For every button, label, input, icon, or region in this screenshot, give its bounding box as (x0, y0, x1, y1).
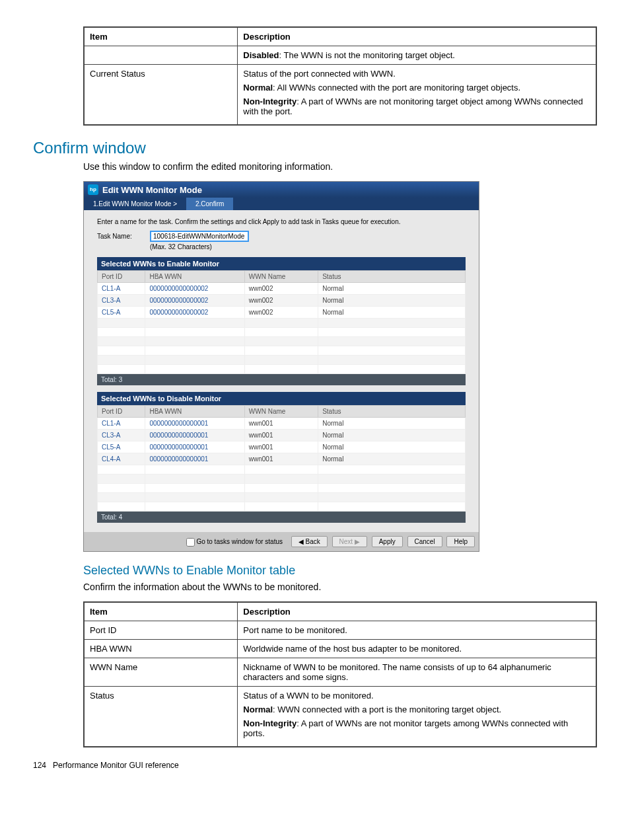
table-row (98, 475, 466, 484)
col-description: Description (238, 27, 596, 46)
table-row (98, 346, 466, 356)
item-description-table-top: Item Description Disabled: The WWN is no… (83, 26, 597, 126)
page-footer: 124 Performance Monitor GUI reference (33, 761, 597, 770)
confirm-window-heading: Confirm window (33, 139, 597, 157)
top-row0-desc: Disabled: The WWN is not the monitoring … (238, 46, 596, 65)
enable-table: Port ID HBA WWN WWN Name Status CL1-A000… (97, 270, 466, 374)
edit-wwn-dialog: hp Edit WWN Monitor Mode 1.Edit WWN Moni… (83, 181, 479, 552)
top-row0-item (84, 46, 238, 65)
table-row[interactable]: CL3-A0000000000000001wwn001Normal (98, 430, 466, 441)
disable-table: Port ID HBA WWN WWN Name Status CL1-A000… (97, 405, 466, 512)
goto-tasks-checkbox-label[interactable]: Go to tasks window for status (186, 538, 283, 545)
table-row[interactable]: CL1-A0000000000000001wwn001Normal (98, 418, 466, 430)
table-row (98, 337, 466, 346)
step-2[interactable]: 2.Confirm (186, 198, 233, 210)
enable-monitor-table-intro: Confirm the information about the WWNs t… (83, 582, 597, 592)
back-button[interactable]: ◀ Back (291, 536, 328, 547)
col-item: Item (84, 27, 238, 46)
cancel-button[interactable]: Cancel (407, 536, 442, 547)
table-row (98, 502, 466, 512)
table-row (98, 319, 466, 328)
help-button[interactable]: Help (446, 536, 475, 547)
goto-tasks-checkbox[interactable] (186, 538, 195, 547)
apply-button[interactable]: Apply (372, 536, 403, 547)
page-number: 124 (33, 761, 46, 770)
dialog-title-text: Edit WWN Monitor Mode (102, 185, 202, 195)
table-row (98, 484, 466, 493)
hp-logo-icon: hp (88, 184, 98, 195)
step-1[interactable]: 1.Edit WWN Monitor Mode > (84, 198, 186, 210)
enable-table-title: Selected WWNs to Enable Monitor (97, 257, 466, 270)
disable-total: Total: 4 (97, 512, 466, 523)
table-row[interactable]: CL4-A0000000000000001wwn001Normal (98, 453, 466, 465)
table-row[interactable]: CL5-A0000000000000002wwn002Normal (98, 307, 466, 319)
table-row[interactable]: CL3-A0000000000000002wwn002Normal (98, 295, 466, 307)
task-name-hint: (Max. 32 Characters) (150, 243, 466, 250)
dialog-footer: Go to tasks window for status ◀ Back Nex… (84, 532, 479, 551)
next-button: Next ▶ (332, 536, 367, 547)
top-row1-item: Current Status (84, 65, 238, 126)
task-name-label: Task Name: (97, 233, 150, 240)
dialog-titlebar: hp Edit WWN Monitor Mode (84, 182, 479, 198)
table-row (98, 328, 466, 337)
col-item: Item (84, 602, 238, 621)
top-row1-desc: Status of the port connected with WWN. N… (238, 65, 596, 126)
enable-monitor-table-heading: Selected WWNs to Enable Monitor table (83, 564, 597, 578)
table-row[interactable]: CL5-A0000000000000001wwn001Normal (98, 441, 466, 453)
dialog-instruction: Enter a name for the task. Confirm the s… (97, 218, 466, 225)
confirm-window-intro: Use this window to confirm the edited mo… (83, 161, 597, 172)
col-description: Description (238, 602, 596, 621)
wizard-steps: 1.Edit WWN Monitor Mode > 2.Confirm (84, 198, 479, 210)
enable-total: Total: 3 (97, 374, 466, 385)
table-row (98, 356, 466, 365)
table-row (98, 493, 466, 502)
footer-title: Performance Monitor GUI reference (53, 761, 179, 770)
table-row (98, 365, 466, 374)
task-name-input[interactable] (150, 231, 249, 242)
table-row[interactable]: CL1-A0000000000000002wwn002Normal (98, 283, 466, 295)
disable-table-title: Selected WWNs to Disable Monitor (97, 392, 466, 405)
item-description-table-bottom: Item Description Port ID Port name to be… (83, 601, 597, 747)
table-row (98, 465, 466, 475)
